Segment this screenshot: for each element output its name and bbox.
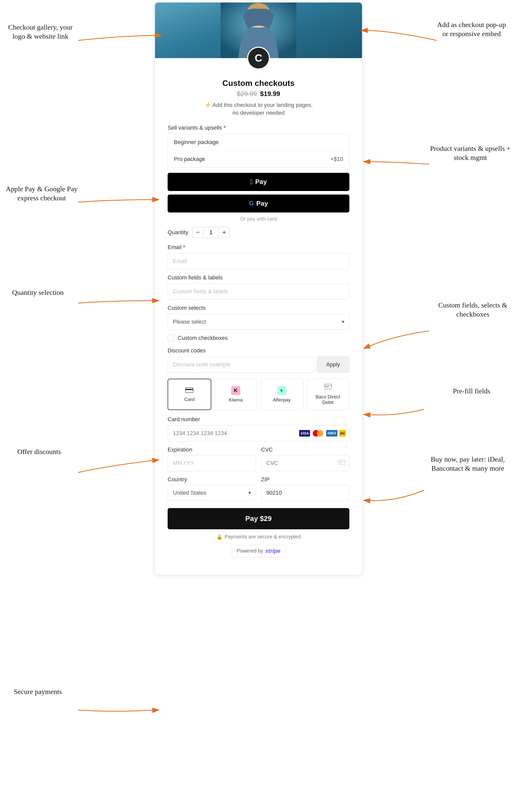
mastercard-logo	[311, 430, 325, 437]
custom-selects-dropdown[interactable]: Please select	[168, 314, 349, 330]
quantity-value: 1	[204, 227, 219, 238]
promo-text: ⚡ Add this checkout to your landing page…	[168, 101, 349, 117]
lock-icon: 🔒	[216, 534, 223, 540]
stripe-badge-inner: Powered by stripe	[231, 545, 286, 557]
custom-selects-section: Custom selects Please select ▾	[168, 305, 349, 330]
card-number-section: Card number VISA AMEX elo	[168, 416, 349, 441]
apple-icon: 	[250, 178, 253, 186]
secure-text-row: 🔒 Payments are secure & encrypted	[168, 534, 349, 540]
afterpay-icon	[277, 386, 286, 395]
klarna-tab-label: Klarna	[229, 397, 243, 403]
zip-label: ZIP	[261, 476, 349, 483]
expiry-cvc-row: Expiration CVC	[168, 446, 349, 471]
card-tab-icon	[185, 386, 193, 395]
email-section: Email *	[168, 244, 349, 274]
quantity-decrease-button[interactable]: −	[192, 227, 204, 238]
secure-label: Payments are secure & encrypted	[225, 534, 301, 540]
custom-checkbox-input[interactable]	[168, 335, 174, 341]
payment-tab-afterpay[interactable]: Afterpay	[260, 379, 303, 410]
custom-checkboxes-label: Custom checkboxes	[178, 335, 228, 341]
discount-input[interactable]	[168, 356, 314, 373]
zip-group: ZIP	[261, 476, 349, 501]
email-input[interactable]	[168, 253, 349, 269]
country-label: Country	[168, 476, 256, 483]
custom-fields-section: Custom fields & labels	[168, 274, 349, 305]
logo-circle: C	[247, 47, 270, 69]
annotation-buy-now: Buy now, pay later: iDeal, Bancontact & …	[421, 455, 515, 473]
zip-input[interactable]	[261, 485, 349, 501]
payment-tab-klarna[interactable]: K Klarna	[214, 379, 257, 410]
bacs-icon	[324, 383, 332, 392]
expiry-label: Expiration	[168, 446, 256, 453]
variant-pro-label: Pro package	[174, 156, 205, 163]
amex-logo: AMEX	[326, 430, 337, 437]
price-row: $29.99 $19.99	[168, 90, 349, 98]
discount-label: Discount codes	[168, 347, 349, 354]
svg-rect-15	[339, 462, 341, 463]
annotation-custom-fields: Custom fields, selects & checkboxes	[434, 301, 512, 319]
quantity-increase-button[interactable]: +	[219, 227, 230, 238]
or-divider: Or pay with card	[168, 216, 349, 222]
price-original: $29.99	[237, 90, 257, 97]
country-group: Country United States ▾	[168, 476, 256, 501]
discount-row: Apply	[168, 356, 349, 373]
quantity-label: Quantity	[168, 229, 188, 236]
svg-rect-13	[338, 460, 345, 465]
visa-logo: VISA	[299, 430, 310, 437]
pay-now-button[interactable]: Pay $29	[168, 508, 349, 529]
payment-tabs: Card K Klarna Afterpay	[168, 379, 349, 410]
payment-tab-bacs[interactable]: Bacs DirectDebit	[306, 379, 349, 410]
custom-checkboxes-row: Custom checkboxes	[168, 335, 349, 341]
expiry-group: Expiration	[168, 446, 256, 471]
expiry-input[interactable]	[168, 455, 256, 471]
elo-logo: elo	[339, 430, 346, 437]
apple-pay-label: Pay	[255, 178, 267, 186]
variants-section: Sell variants & upsells * Beginner packa…	[168, 124, 349, 168]
checkout-card: C Custom checkouts $29.99 $19.99 ⚡ Add t…	[155, 2, 362, 575]
variant-beginner[interactable]: Beginner package	[168, 134, 349, 151]
apple-pay-button[interactable]:  Pay	[168, 173, 349, 191]
price-current: $19.99	[260, 90, 280, 97]
cvc-card-icon	[338, 460, 345, 466]
country-zip-row: Country United States ▾ ZIP	[168, 476, 349, 501]
variant-pro-price: +$10	[330, 156, 343, 163]
stripe-logo: stripe	[265, 548, 280, 554]
custom-fields-input[interactable]	[168, 284, 349, 300]
custom-fields-label: Custom fields & labels	[168, 274, 349, 281]
annotation-apple-google: Apple Pay & Google Pay express checkout	[5, 184, 78, 203]
variant-box: Beginner package Pro package +$10	[168, 134, 349, 168]
cvc-input[interactable]	[261, 455, 349, 471]
cvc-label: CVC	[261, 446, 349, 453]
quantity-control: − 1 +	[192, 227, 230, 238]
product-title: Custom checkouts	[168, 79, 349, 88]
variant-pro[interactable]: Pro package +$10	[168, 151, 349, 168]
google-pay-button[interactable]: G Pay	[168, 195, 349, 212]
cvc-group: CVC	[261, 446, 349, 471]
svg-rect-7	[186, 389, 193, 390]
annotation-pre-fill: Pre-fill fields	[441, 386, 502, 396]
google-icon: G	[249, 200, 254, 207]
logo-letter: C	[255, 52, 262, 64]
apply-button[interactable]: Apply	[317, 356, 349, 373]
svg-rect-12	[327, 386, 329, 387]
email-label: Email *	[168, 244, 349, 251]
country-select[interactable]: United States	[168, 485, 256, 501]
country-select-wrapper: United States ▾	[168, 485, 256, 501]
afterpay-tab-label: Afterpay	[273, 397, 291, 403]
discount-section: Discount codes Apply	[168, 347, 349, 373]
annotation-secure: Secure payments	[5, 687, 71, 696]
card-tab-label: Card	[184, 397, 194, 402]
card-number-wrapper: VISA AMEX elo	[168, 425, 349, 441]
payment-tab-card[interactable]: Card	[168, 379, 211, 410]
variant-beginner-label: Beginner package	[174, 139, 219, 146]
klarna-icon: K	[231, 386, 240, 395]
card-logos: VISA AMEX elo	[299, 430, 346, 437]
svg-rect-11	[325, 386, 327, 387]
card-number-label: Card number	[168, 416, 349, 423]
stripe-badge: Powered by stripe	[168, 545, 349, 557]
annotation-add-checkout: Add as checkout pop-up or responsive emb…	[434, 20, 510, 39]
annotation-quantity: Quantity selection	[5, 288, 71, 297]
custom-selects-label: Custom selects	[168, 305, 349, 311]
annotation-checkout-gallery: Checkout gallery, your logo & website li…	[5, 23, 76, 41]
annotation-offer-discounts: Offer discounts	[5, 447, 73, 456]
